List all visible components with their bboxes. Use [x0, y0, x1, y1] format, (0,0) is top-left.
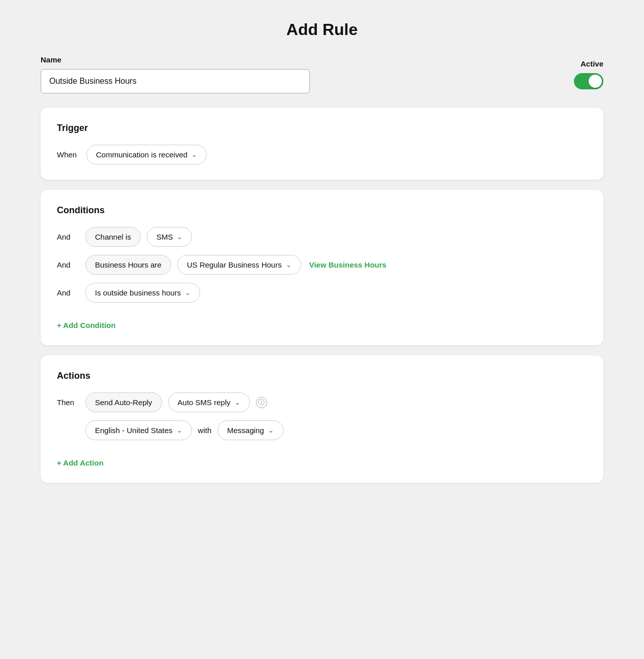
add-action-button[interactable]: + Add Action	[57, 458, 104, 467]
condition-1-chevron-icon: ⌄	[177, 233, 182, 241]
condition-2-field-pill: Business Hours are	[85, 255, 171, 275]
condition-1-field-label: Channel is	[95, 233, 131, 241]
condition-3-connector: And	[57, 288, 79, 297]
conditions-card: Conditions And Channel is SMS ⌄ And Busi…	[41, 190, 603, 345]
channel-dropdown[interactable]: Messaging ⌄	[217, 420, 283, 440]
action-field-pill: Send Auto-Reply	[85, 392, 162, 412]
language-dropdown[interactable]: English - United States ⌄	[85, 420, 192, 440]
action-info-icon[interactable]: ⓘ	[256, 397, 267, 408]
toggle-thumb	[589, 75, 602, 88]
action-value-dropdown[interactable]: Auto SMS reply ⌄	[168, 392, 250, 412]
then-label: Then	[57, 398, 79, 407]
condition-1-connector: And	[57, 233, 79, 241]
active-toggle[interactable]	[574, 73, 603, 89]
condition-1-value-dropdown[interactable]: SMS ⌄	[147, 227, 192, 247]
action-value-chevron-icon: ⌄	[235, 399, 240, 406]
language-label: English - United States	[95, 426, 173, 435]
condition-2-value-dropdown[interactable]: US Regular Business Hours ⌄	[177, 255, 301, 275]
trigger-option-label: Communication is received	[96, 150, 187, 159]
trigger-card: Trigger When Communication is received ⌄	[41, 108, 603, 180]
channel-label: Messaging	[227, 426, 264, 435]
view-business-hours-link[interactable]: View Business Hours	[309, 260, 387, 269]
condition-3-field-label: Is outside business hours	[95, 288, 181, 297]
trigger-dropdown[interactable]: Communication is received ⌄	[86, 145, 207, 164]
active-field-label: Active	[581, 59, 603, 68]
condition-2-value-label: US Regular Business Hours	[187, 260, 282, 269]
action-row-1: Then Send Auto-Reply Auto SMS reply ⌄ ⓘ	[57, 392, 587, 412]
name-field-col: Name	[41, 55, 574, 93]
condition-3-value-dropdown[interactable]: Is outside business hours ⌄	[85, 283, 200, 303]
add-condition-button[interactable]: + Add Condition	[57, 321, 116, 330]
condition-1-field-pill: Channel is	[85, 227, 141, 247]
condition-row-1: And Channel is SMS ⌄	[57, 227, 587, 247]
trigger-row: When Communication is received ⌄	[57, 145, 587, 164]
name-field-label: Name	[41, 55, 574, 64]
rule-name-input[interactable]	[41, 69, 310, 93]
trigger-chevron-icon: ⌄	[191, 151, 197, 158]
condition-2-chevron-icon: ⌄	[286, 261, 292, 269]
condition-3-chevron-icon: ⌄	[185, 289, 190, 296]
action-value-label: Auto SMS reply	[178, 398, 231, 407]
action-sub-row: English - United States ⌄ with Messaging…	[85, 420, 587, 440]
condition-2-field-label: Business Hours are	[95, 260, 162, 269]
condition-row-2: And Business Hours are US Regular Busine…	[57, 255, 587, 275]
page-title: Add Rule	[41, 20, 603, 39]
condition-2-connector: And	[57, 260, 79, 269]
condition-1-value-label: SMS	[156, 233, 173, 241]
channel-chevron-icon: ⌄	[268, 426, 274, 434]
when-label: When	[57, 150, 79, 159]
with-label: with	[198, 426, 212, 435]
condition-row-3: And Is outside business hours ⌄	[57, 283, 587, 303]
language-chevron-icon: ⌄	[177, 426, 182, 434]
actions-title: Actions	[57, 371, 587, 381]
trigger-title: Trigger	[57, 123, 587, 134]
name-active-row: Name Active	[41, 55, 603, 93]
toggle-track	[574, 73, 603, 89]
action-field-label: Send Auto-Reply	[95, 398, 152, 407]
active-col: Active	[574, 59, 603, 89]
actions-card: Actions Then Send Auto-Reply Auto SMS re…	[41, 355, 603, 483]
conditions-title: Conditions	[57, 205, 587, 216]
